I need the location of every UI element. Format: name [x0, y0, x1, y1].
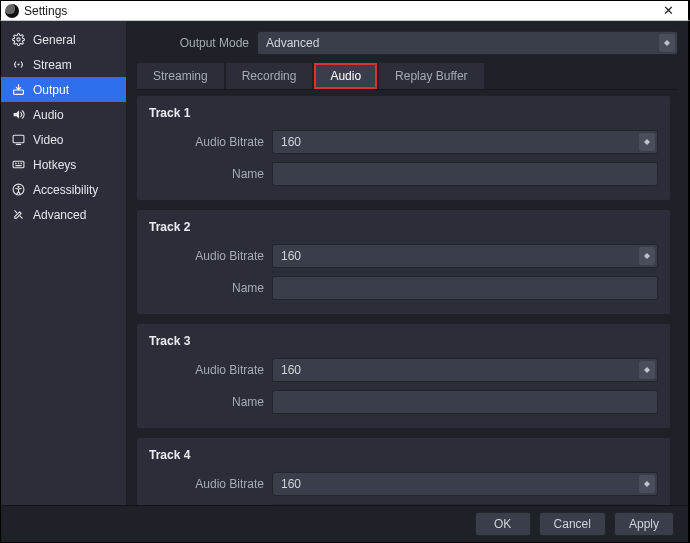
name-input[interactable] [272, 390, 658, 414]
tab-recording[interactable]: Recording [226, 63, 313, 89]
bitrate-value: 160 [281, 363, 301, 377]
stepper-icon [639, 247, 655, 265]
sidebar-item-video[interactable]: Video [1, 127, 126, 152]
svg-point-8 [18, 163, 19, 164]
bitrate-row: Audio Bitrate160 [149, 472, 658, 496]
track-title: Track 4 [149, 448, 658, 462]
sidebar-item-label: Advanced [33, 208, 86, 222]
sidebar: GeneralStreamOutputAudioVideoHotkeysAcce… [1, 21, 127, 505]
bitrate-row: Audio Bitrate160 [149, 358, 658, 382]
window-body: GeneralStreamOutputAudioVideoHotkeysAcce… [0, 21, 690, 505]
sidebar-item-label: Video [33, 133, 63, 147]
sidebar-item-general[interactable]: General [1, 27, 126, 52]
bitrate-label: Audio Bitrate [149, 249, 264, 263]
name-label: Name [149, 395, 264, 409]
tab-replay-buffer[interactable]: Replay Buffer [379, 63, 484, 89]
window-title: Settings [24, 4, 652, 18]
svg-point-9 [20, 163, 21, 164]
tracks-scroll[interactable]: Track 1Audio Bitrate160NameTrack 2Audio … [137, 96, 678, 505]
stepper-icon [639, 361, 655, 379]
track-panel: Track 2Audio Bitrate160Name [137, 210, 670, 314]
svg-rect-6 [13, 161, 24, 168]
bitrate-select[interactable]: 160 [272, 244, 658, 268]
track-title: Track 3 [149, 334, 658, 348]
output-mode-row: Output Mode Advanced [137, 31, 678, 55]
sidebar-item-label: General [33, 33, 76, 47]
sidebar-item-label: Audio [33, 108, 64, 122]
sidebar-item-output[interactable]: Output [1, 77, 126, 102]
output-mode-select[interactable]: Advanced [257, 31, 678, 55]
titlebar: Settings ✕ [0, 0, 690, 21]
name-row: Name [149, 276, 658, 300]
track-title: Track 2 [149, 220, 658, 234]
name-label: Name [149, 281, 264, 295]
gear-icon [11, 33, 25, 47]
svg-point-1 [17, 63, 19, 65]
close-button[interactable]: ✕ [652, 0, 684, 21]
sidebar-item-stream[interactable]: Stream [1, 52, 126, 77]
track-panel: Track 4Audio Bitrate160Name [137, 438, 670, 505]
tab-streaming[interactable]: Streaming [137, 63, 224, 89]
track-title: Track 1 [149, 106, 658, 120]
sidebar-item-label: Accessibility [33, 183, 98, 197]
export-icon [11, 83, 25, 97]
ok-button[interactable]: OK [475, 512, 531, 536]
bitrate-value: 160 [281, 135, 301, 149]
apply-button[interactable]: Apply [614, 512, 674, 536]
name-input[interactable] [272, 162, 658, 186]
sidebar-item-audio[interactable]: Audio [1, 102, 126, 127]
sidebar-item-advanced[interactable]: Advanced [1, 202, 126, 227]
stepper-icon [639, 133, 655, 151]
bitrate-row: Audio Bitrate160 [149, 244, 658, 268]
svg-point-7 [15, 163, 16, 164]
track-panel: Track 1Audio Bitrate160Name [137, 96, 670, 200]
output-mode-value: Advanced [266, 36, 319, 50]
antenna-icon [11, 58, 25, 72]
bitrate-label: Audio Bitrate [149, 135, 264, 149]
app-icon [5, 4, 19, 18]
sidebar-item-label: Hotkeys [33, 158, 76, 172]
audio-icon [11, 108, 25, 122]
keyboard-icon [11, 158, 25, 172]
tools-icon [11, 208, 25, 222]
sidebar-item-label: Stream [33, 58, 72, 72]
output-tabs: StreamingRecordingAudioReplay Buffer [137, 63, 678, 90]
bitrate-select[interactable]: 160 [272, 130, 658, 154]
stepper-icon [659, 34, 675, 52]
bitrate-value: 160 [281, 249, 301, 263]
svg-marker-3 [13, 110, 18, 119]
bitrate-select[interactable]: 160 [272, 358, 658, 382]
name-input[interactable] [272, 276, 658, 300]
cancel-button[interactable]: Cancel [539, 512, 606, 536]
name-row: Name [149, 162, 658, 186]
bitrate-label: Audio Bitrate [149, 363, 264, 377]
name-row: Name [149, 504, 658, 505]
svg-point-0 [16, 38, 19, 41]
sidebar-item-hotkeys[interactable]: Hotkeys [1, 152, 126, 177]
footer: OK Cancel Apply [0, 505, 690, 543]
bitrate-label: Audio Bitrate [149, 477, 264, 491]
svg-rect-4 [13, 135, 24, 143]
bitrate-select[interactable]: 160 [272, 472, 658, 496]
accessibility-icon [11, 183, 25, 197]
main-panel: Output Mode Advanced StreamingRecordingA… [127, 21, 688, 505]
svg-point-12 [17, 186, 18, 187]
name-row: Name [149, 390, 658, 414]
sidebar-item-accessibility[interactable]: Accessibility [1, 177, 126, 202]
tab-audio[interactable]: Audio [314, 63, 377, 89]
bitrate-value: 160 [281, 477, 301, 491]
name-label: Name [149, 167, 264, 181]
track-panel: Track 3Audio Bitrate160Name [137, 324, 670, 428]
output-mode-label: Output Mode [137, 36, 249, 50]
bitrate-row: Audio Bitrate160 [149, 130, 658, 154]
svg-rect-2 [13, 90, 23, 94]
monitor-icon [11, 133, 25, 147]
name-input[interactable] [272, 504, 658, 505]
sidebar-item-label: Output [33, 83, 69, 97]
stepper-icon [639, 475, 655, 493]
